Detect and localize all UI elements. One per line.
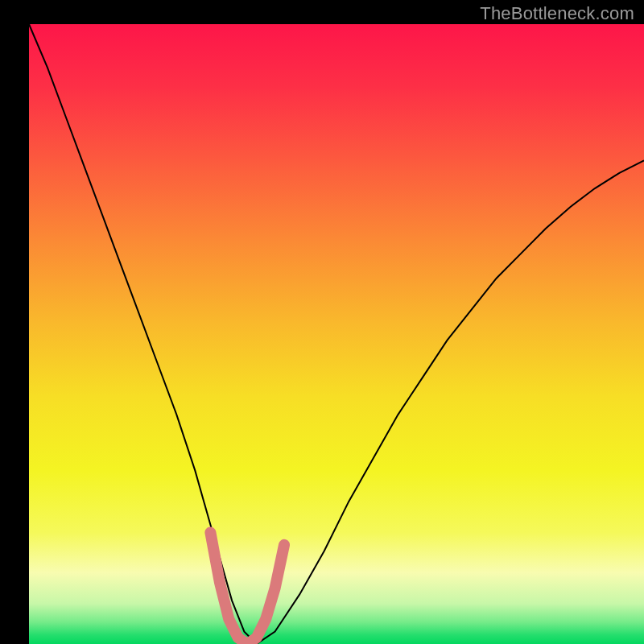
chart-svg <box>0 0 644 644</box>
plot-background <box>29 24 644 644</box>
chart-container: { "watermark": "TheBottleneck.com", "cha… <box>0 0 644 644</box>
watermark-text: TheBottleneck.com <box>480 3 634 24</box>
